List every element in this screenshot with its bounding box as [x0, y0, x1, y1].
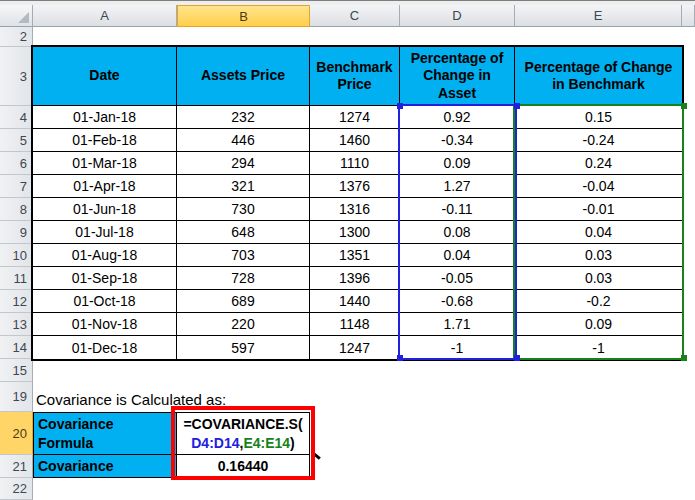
cell-assets-price[interactable]: 220: [177, 313, 310, 336]
cell-benchmark-price[interactable]: 1440: [310, 290, 400, 313]
row-header-19[interactable]: 19: [0, 382, 33, 412]
cell-assets-price[interactable]: 597: [177, 336, 310, 359]
cell-pct-change-asset[interactable]: 0.09: [400, 152, 515, 175]
cell-pct-change-benchmark[interactable]: -0.2: [515, 290, 682, 313]
cell-assets-price[interactable]: 728: [177, 267, 310, 290]
cell-pct-change-asset[interactable]: 0.04: [400, 244, 515, 267]
cell-pct-change-benchmark[interactable]: -0.24: [515, 129, 682, 152]
result-cell-covariance-value[interactable]: 0.16440: [177, 455, 310, 478]
cell-pct-change-benchmark[interactable]: 0.15: [515, 106, 682, 129]
cell-pct-change-asset[interactable]: -1: [400, 336, 515, 359]
row-header-4[interactable]: 4: [0, 106, 33, 129]
cell-pct-change-asset[interactable]: 0.08: [400, 221, 515, 244]
row-header-11[interactable]: 11: [0, 267, 33, 290]
cell-assets-price[interactable]: 232: [177, 106, 310, 129]
cell-date[interactable]: 01-Oct-18: [33, 290, 177, 313]
cell-pct-change-asset[interactable]: -0.05: [400, 267, 515, 290]
cell-pct-change-asset[interactable]: 1.71: [400, 313, 515, 336]
range-handle[interactable]: [397, 355, 403, 361]
header-cell-pct-change-benchmark[interactable]: Percentage of Change in Benchmark: [515, 47, 682, 106]
cell-benchmark-price[interactable]: 1351: [310, 244, 400, 267]
range-handle[interactable]: [681, 355, 687, 361]
row-header-21[interactable]: 21: [0, 455, 33, 478]
row-header-13[interactable]: 13: [0, 313, 33, 336]
row-header-9[interactable]: 9: [0, 221, 33, 244]
select-all-button[interactable]: [0, 5, 33, 27]
cell-benchmark-price[interactable]: 1300: [310, 221, 400, 244]
cell-date[interactable]: 01-Jun-18: [33, 198, 177, 221]
cell-benchmark-price[interactable]: 1396: [310, 267, 400, 290]
cell-pct-change-asset[interactable]: -0.34: [400, 129, 515, 152]
cell-pct-change-asset[interactable]: 1.27: [400, 175, 515, 198]
cell-benchmark-price[interactable]: 1376: [310, 175, 400, 198]
row-header-3[interactable]: 3: [0, 47, 33, 106]
cell-date[interactable]: 01-Dec-18: [33, 336, 177, 359]
row-header-15[interactable]: 15: [0, 359, 33, 382]
cell-date[interactable]: 01-Nov-18: [33, 313, 177, 336]
row-header-5[interactable]: 5: [0, 129, 33, 152]
header-cell-assets-price[interactable]: Assets Price: [177, 47, 310, 106]
range-handle[interactable]: [514, 103, 520, 109]
formula-range1: D4:D14: [191, 435, 239, 451]
row-header-12[interactable]: 12: [0, 290, 33, 313]
range-handle[interactable]: [397, 103, 403, 109]
cell-date[interactable]: 01-Apr-18: [33, 175, 177, 198]
column-header-d[interactable]: D: [400, 5, 515, 27]
header-cell-date[interactable]: Date: [33, 47, 177, 106]
cell-assets-price[interactable]: 689: [177, 290, 310, 313]
header-cell-pct-change-asset[interactable]: Percentage of Change in Asset: [400, 47, 515, 106]
row-header-14[interactable]: 14: [0, 336, 33, 359]
cell-benchmark-price[interactable]: 1460: [310, 129, 400, 152]
cell-assets-price[interactable]: 648: [177, 221, 310, 244]
cell-benchmark-price[interactable]: 1316: [310, 198, 400, 221]
cell-pct-change-asset[interactable]: 0.92: [400, 106, 515, 129]
cell-benchmark-price[interactable]: 1274: [310, 106, 400, 129]
cell-date[interactable]: 01-Jul-18: [33, 221, 177, 244]
cell-date[interactable]: 01-Aug-18: [33, 244, 177, 267]
cell-pct-change-benchmark[interactable]: -0.04: [515, 175, 682, 198]
formula-cell[interactable]: =COVARIANCE.S( D4:D14,E4:E14): [177, 412, 310, 455]
cell-pct-change-benchmark[interactable]: 0.04: [515, 221, 682, 244]
column-header-a[interactable]: A: [33, 5, 177, 27]
label-line-2: Formula: [38, 434, 176, 453]
cell-assets-price[interactable]: 446: [177, 129, 310, 152]
cell-pct-change-benchmark[interactable]: -0.01: [515, 198, 682, 221]
cell-assets-price[interactable]: 730: [177, 198, 310, 221]
column-header-e[interactable]: E: [515, 5, 682, 27]
cell-pct-change-benchmark[interactable]: 0.03: [515, 267, 682, 290]
cell-date[interactable]: 01-Sep-18: [33, 267, 177, 290]
header-cell-benchmark-price[interactable]: Benchmark Price: [310, 47, 400, 106]
row-header-10[interactable]: 10: [0, 244, 33, 267]
label-cell-covariance[interactable]: Covariance: [33, 455, 177, 478]
cell-benchmark-price[interactable]: 1110: [310, 152, 400, 175]
row-header-2[interactable]: 2: [0, 27, 33, 47]
row-header-8[interactable]: 8: [0, 198, 33, 221]
label-line-1: Covariance: [38, 415, 176, 434]
column-header-b-selected[interactable]: B: [177, 5, 310, 27]
cell-pct-change-benchmark[interactable]: -1: [515, 336, 682, 359]
row-header-22[interactable]: 22: [0, 478, 33, 500]
select-all-triangle-icon: [18, 12, 29, 23]
cell-benchmark-price[interactable]: 1247: [310, 336, 400, 359]
column-header-partial[interactable]: [682, 5, 695, 27]
cell-assets-price[interactable]: 703: [177, 244, 310, 267]
row-header-7[interactable]: 7: [0, 175, 33, 198]
cell-pct-change-benchmark[interactable]: 0.03: [515, 244, 682, 267]
range-handle[interactable]: [681, 103, 687, 109]
note-cell[interactable]: Covariance is Calculated as:: [36, 388, 226, 411]
range-handle[interactable]: [514, 355, 520, 361]
cell-date[interactable]: 01-Feb-18: [33, 129, 177, 152]
row-header-6[interactable]: 6: [0, 152, 33, 175]
row-header-20-selected[interactable]: 20: [0, 412, 33, 455]
column-header-c[interactable]: C: [310, 5, 400, 27]
cell-pct-change-asset[interactable]: -0.68: [400, 290, 515, 313]
cell-assets-price[interactable]: 294: [177, 152, 310, 175]
cell-date[interactable]: 01-Jan-18: [33, 106, 177, 129]
label-cell-covariance-formula[interactable]: Covariance Formula: [33, 412, 177, 455]
cell-benchmark-price[interactable]: 1148: [310, 313, 400, 336]
cell-date[interactable]: 01-Mar-18: [33, 152, 177, 175]
cell-pct-change-asset[interactable]: -0.11: [400, 198, 515, 221]
cell-pct-change-benchmark[interactable]: 0.24: [515, 152, 682, 175]
cell-assets-price[interactable]: 321: [177, 175, 310, 198]
cell-pct-change-benchmark[interactable]: 0.09: [515, 313, 682, 336]
